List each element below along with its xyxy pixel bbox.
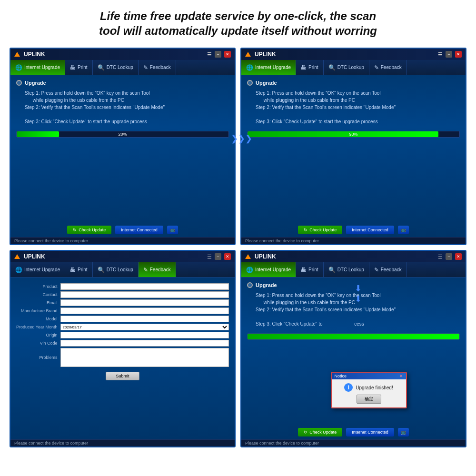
arrow-down-icon: ⬇⬇ (355, 283, 362, 304)
minimize-btn-tr[interactable]: − (446, 51, 452, 58)
globe-icon-tr: 🌐 (246, 64, 253, 71)
search-icon-br: 🔍 (328, 267, 336, 273)
manufacture-brand-input[interactable] (60, 307, 229, 314)
model-input[interactable] (60, 316, 229, 322)
steps-tl: Step 1: Press and hold down the "OK" key… (25, 89, 229, 125)
notice-close-icon[interactable]: ✕ (399, 374, 403, 378)
search-icon-tr: 🔍 (328, 64, 336, 71)
window-bottom-left: UPLINK ☰ − ✕ 🌐 Internet Upgrade 🖶 Print … (10, 250, 236, 447)
print-btn-tr[interactable]: 🖶 Print (296, 60, 324, 75)
close-btn-br[interactable]: ✕ (455, 253, 462, 260)
refresh-icon-br: ↻ (304, 430, 307, 435)
notice-message-text: Upgrade finished! (356, 385, 393, 390)
steps-tr: Step 1: Press and hold down the "OK" key… (256, 89, 460, 125)
internet-upgrade-btn-tl[interactable]: 🌐 Internet Upgrade (10, 60, 65, 75)
notice-body: i Upgrade finished! 确定 (332, 379, 406, 407)
upgrade-title-tl: Upgrade (25, 80, 46, 86)
origin-input[interactable] (60, 332, 229, 338)
print-icon-br: 🖶 (301, 267, 307, 273)
screen-btn-br[interactable]: 📺 (398, 428, 409, 436)
header-line2: tool will automatically update itself wi… (99, 24, 377, 37)
minimize-btn-bl[interactable]: − (215, 253, 221, 260)
manufacture-brand-label: Manufacture Brand (16, 308, 58, 313)
globe-icon-bl: 🌐 (15, 267, 22, 273)
toolbar-tr: 🌐 Internet Upgrade 🖶 Print 🔍 DTC Lookup … (241, 60, 466, 75)
print-icon-tr: 🖶 (301, 64, 307, 71)
internet-connected-btn-tl[interactable]: Internet Connected (115, 226, 163, 234)
pencil-icon-bl: ✎ (143, 267, 148, 273)
toolbar-br: 🌐 Internet Upgrade 🖶 Print 🔍 DTC Lookup … (241, 262, 466, 278)
status-bar-tr: Please connect the device to computer (241, 237, 466, 244)
progress-label-tl: 20% (118, 132, 127, 137)
close-btn-tl[interactable]: ✕ (224, 51, 231, 58)
dtc-lookup-btn-bl[interactable]: 🔍 DTC Lookup (93, 262, 139, 277)
product-input[interactable] (60, 283, 229, 290)
feedback-btn-br[interactable]: ✎ Feedback (369, 262, 407, 277)
feedback-btn-tr[interactable]: ✎ Feedback (369, 60, 407, 75)
screen-btn-tl[interactable]: 📺 (167, 226, 178, 234)
close-btn-tr[interactable]: ✕ (455, 51, 462, 58)
upgrade-title-br: Upgrade (256, 282, 277, 288)
print-btn-br[interactable]: 🖶 Print (296, 262, 324, 277)
internet-upgrade-btn-tr[interactable]: 🌐 Internet Upgrade (241, 60, 296, 75)
pencil-icon-tl: ✎ (143, 64, 148, 71)
uplink-logo-icon-br (245, 254, 251, 259)
bottom-bar-tl: ↻ Check Update Internet Connected 📺 (10, 223, 235, 237)
internet-connected-btn-tr[interactable]: Internet Connected (346, 226, 394, 234)
progress-bar-br (247, 333, 460, 340)
uplink-logo-icon-bl (14, 254, 20, 259)
radio-tl (16, 80, 22, 86)
internet-upgrade-btn-bl[interactable]: 🌐 Internet Upgrade (10, 262, 65, 277)
vin-code-label: Vin Code (16, 341, 58, 346)
window-top-left: UPLINK ☰ − ✕ 🌐 Internet Upgrade 🖶 Print … (10, 48, 236, 245)
pencil-icon-tr: ✎ (374, 64, 379, 71)
dtc-lookup-btn-br[interactable]: 🔍 DTC Lookup (324, 262, 369, 277)
produced-year-month-select[interactable]: 2020/03/17 (60, 324, 229, 330)
title-bl: UPLINK (24, 253, 45, 260)
feedback-btn-tl[interactable]: ✎ Feedback (139, 60, 176, 75)
feedback-btn-bl[interactable]: ✎ Feedback (139, 262, 176, 277)
radio-br (247, 282, 253, 288)
check-update-btn-br[interactable]: ↻ Check Update (298, 428, 342, 436)
submit-btn-bl[interactable]: Submit (106, 372, 139, 380)
bottom-bar-tr: ↻ Check Update Internet Connected 📺 (241, 223, 466, 237)
title-bar-tr: UPLINK ☰ − ✕ (241, 49, 466, 60)
toolbar-tl: 🌐 Internet Upgrade 🖶 Print 🔍 DTC Lookup … (10, 60, 235, 75)
upgrade-title-tr: Upgrade (256, 80, 277, 86)
print-btn-tl[interactable]: 🖶 Print (65, 60, 93, 75)
content-tl: Upgrade Step 1: Press and hold down the … (10, 75, 235, 223)
internet-connected-btn-br[interactable]: Internet Connected (346, 428, 394, 436)
window-top-right: UPLINK ☰ − ✕ 🌐 Internet Upgrade 🖶 Print … (240, 48, 466, 245)
minimize-btn-br[interactable]: − (446, 253, 452, 260)
progress-fill-tl (17, 131, 59, 137)
windows-grid: UPLINK ☰ − ✕ 🌐 Internet Upgrade 🖶 Print … (0, 43, 476, 452)
close-btn-bl[interactable]: ✕ (224, 253, 231, 260)
dtc-lookup-btn-tl[interactable]: 🔍 DTC Lookup (93, 60, 139, 75)
produced-year-month-label: Produced Year Month (16, 325, 58, 329)
check-update-btn-tl[interactable]: ↻ Check Update (67, 226, 111, 234)
vin-code-input[interactable] (60, 340, 229, 347)
print-icon-bl: 🖶 (70, 267, 76, 273)
dtc-lookup-btn-tr[interactable]: 🔍 DTC Lookup (324, 60, 369, 75)
contact-input[interactable] (60, 291, 229, 298)
print-btn-bl[interactable]: 🖶 Print (65, 262, 93, 277)
status-bar-tl: Please connect the device to computer (10, 237, 235, 244)
check-update-btn-tr[interactable]: ↻ Check Update (298, 226, 342, 234)
info-icon: i (344, 383, 353, 392)
content-tr: Upgrade Step 1: Press and hold down the … (241, 75, 466, 223)
email-input[interactable] (60, 299, 229, 306)
problems-textarea[interactable] (60, 348, 229, 367)
refresh-icon-tl: ↻ (73, 228, 77, 232)
globe-icon-br: 🌐 (246, 267, 253, 273)
minimize-btn-tl[interactable]: − (215, 51, 221, 58)
title-bar-bl: UPLINK ☰ − ✕ (10, 251, 235, 262)
uplink-logo-icon (14, 52, 20, 57)
notice-ok-btn[interactable]: 确定 (357, 395, 381, 404)
radio-tr (247, 80, 253, 86)
internet-upgrade-btn-br[interactable]: 🌐 Internet Upgrade (241, 262, 296, 277)
screen-btn-tr[interactable]: 📺 (398, 226, 409, 234)
uplink-logo-icon-tr (245, 52, 251, 57)
notice-dialog: Notice ✕ i Upgrade finished! 确定 (331, 372, 407, 408)
notice-title: Notice ✕ (332, 373, 406, 379)
status-bar-br: Please connect the device to computer (241, 439, 466, 446)
